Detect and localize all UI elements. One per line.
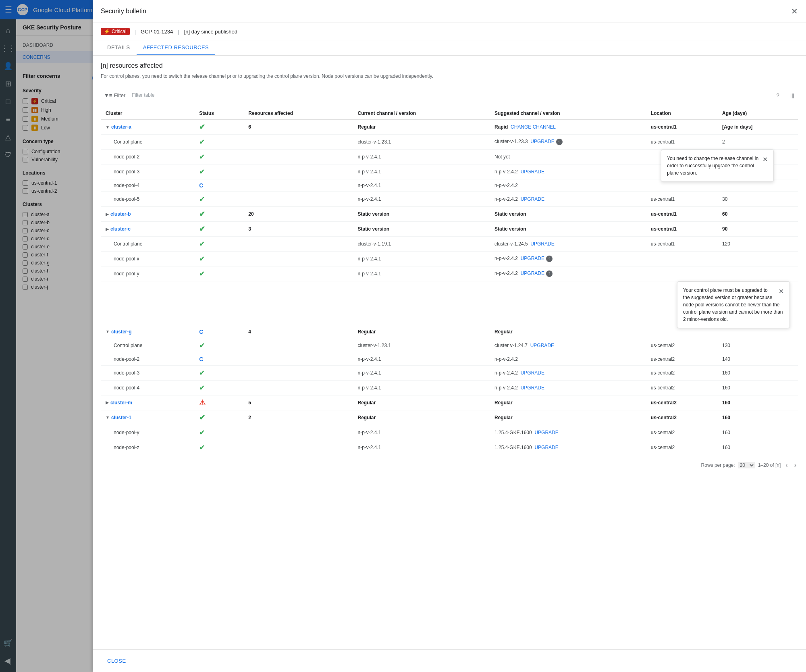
cluster-a-link[interactable]: ▼ cluster-a	[106, 124, 189, 130]
location-cell: us-central2	[646, 410, 717, 425]
status-error-icon: ⚠	[199, 399, 206, 407]
status-cell: C	[194, 179, 243, 192]
status-cell: ✔	[194, 237, 243, 252]
cluster-1-link[interactable]: ▼ cluster-1	[106, 415, 189, 420]
suggested-cell: n-p-v-2.4.2 UPGRADE?	[490, 266, 646, 281]
status-ok-icon: ✔	[199, 153, 205, 161]
suggested-cell: cluster-v-1.24.5 UPGRADE	[490, 237, 646, 252]
child-name-cell: node-pool-y	[101, 266, 194, 281]
location-cell: us-central2	[646, 353, 717, 365]
upgrade-link[interactable]: UPGRADE	[534, 430, 558, 435]
tab-affected-resources[interactable]: AFFECTED RESOURCES	[137, 40, 216, 55]
location-cell: us-central1	[646, 192, 717, 207]
suggested-cell: n-p-v-2.4.2	[490, 179, 646, 192]
modal-close-button[interactable]: ✕	[791, 6, 798, 16]
expand-chevron: ▼	[106, 329, 110, 334]
status-ok-icon: ✔	[199, 195, 205, 203]
cluster-m-link[interactable]: ▶ cluster-m	[106, 400, 189, 406]
current-cell: Regular	[353, 326, 490, 338]
status-cell: ✔	[194, 120, 243, 135]
age-cell: 130	[717, 338, 798, 353]
modal-title: Security bulletin	[101, 8, 146, 15]
close-button[interactable]: CLOSE	[101, 655, 133, 667]
upgrade-link[interactable]: UPGRADE	[521, 370, 544, 376]
status-ok-icon: ✔	[199, 138, 205, 146]
filter-button[interactable]: ▼≡ Filter	[101, 91, 129, 100]
status-cell: ✔	[194, 338, 243, 353]
table-row: Control plane ✔ cluster-v-1.23.1 cluster…	[101, 338, 798, 353]
upgrade-link[interactable]: UPGRADE	[530, 343, 554, 348]
help-tooltip-icon[interactable]: ?	[556, 139, 563, 145]
help-tooltip-icon3[interactable]: ?	[546, 270, 553, 277]
upgrade-link[interactable]: UPGRADE	[521, 196, 544, 202]
next-page-button[interactable]: ›	[793, 460, 798, 470]
status-cell: ⚠	[194, 395, 243, 410]
prev-page-button[interactable]: ‹	[784, 460, 789, 470]
suggested-cell: cluster-v-1.23.3 UPGRADE?	[490, 135, 646, 150]
upgrade-link[interactable]: UPGRADE	[530, 139, 554, 144]
help-icon-btn[interactable]: ?	[772, 89, 783, 101]
tab-details[interactable]: DETAILS	[101, 40, 137, 55]
age-cell: [Age in days]	[717, 120, 798, 135]
upgrade-link[interactable]: UPGRADE	[521, 256, 544, 261]
col-current: Current channel / version	[353, 107, 490, 120]
child-name-cell: Control plane	[101, 237, 194, 252]
status-ok-icon: ✔	[199, 443, 205, 451]
suggested-cell: Static version	[490, 222, 646, 237]
tooltip2-row: ✕ Your control plane must be upgraded to…	[101, 281, 798, 326]
child-name-cell: node-pool-y	[101, 425, 194, 440]
cluster-g-link[interactable]: ▼ cluster-g	[106, 329, 189, 335]
table-toolbar: ▼≡ Filter Filter table ? |||	[101, 86, 798, 104]
status-cell: C	[194, 353, 243, 365]
status-cell: ✔	[194, 365, 243, 380]
security-bulletin-modal: Security bulletin ✕ ⚡ Critical | GCP-01-…	[93, 0, 806, 672]
upgrade-link[interactable]: UPGRADE	[534, 445, 558, 450]
upgrade-link[interactable]: UPGRADE	[530, 241, 554, 247]
resources-cell: 2	[243, 410, 353, 425]
resources-cell: 5	[243, 395, 353, 410]
suggested-cell: Regular	[490, 410, 646, 425]
tooltip1-close[interactable]: ✕	[762, 155, 768, 164]
col-resources: Resources affected	[243, 107, 353, 120]
cluster-c-link[interactable]: ▶ cluster-c	[106, 226, 189, 232]
cluster-b-link[interactable]: ▶ cluster-b	[106, 211, 189, 217]
status-ok-icon: ✔	[199, 270, 205, 278]
resources-cell	[243, 266, 353, 281]
upgrade-link[interactable]: UPGRADE	[521, 385, 544, 391]
table-row: node-pool-x ✔ n-p-v-2.4.1 n-p-v-2.4.2 UP…	[101, 252, 798, 266]
upgrade-link[interactable]: UPGRADE	[521, 169, 544, 175]
help-tooltip-icon2[interactable]: ?	[546, 256, 553, 262]
modal-overlay: Security bulletin ✕ ⚡ Critical | GCP-01-…	[0, 0, 806, 672]
current-cell: cluster-v-1.23.1	[353, 338, 490, 353]
location-cell: us-central2	[646, 338, 717, 353]
columns-icon-btn[interactable]: |||	[787, 89, 798, 101]
status-ok-icon: ✔	[199, 255, 205, 263]
status-ok-icon: ✔	[199, 384, 205, 392]
change-channel-link[interactable]: CHANGE CHANNEL	[511, 124, 556, 130]
rows-per-page-select[interactable]: 20 50 100	[738, 462, 755, 468]
status-loading-icon: C	[199, 182, 203, 189]
suggested-cell: 1.25.4-GKE.1600 UPGRADE	[490, 425, 646, 440]
location-cell: us-central2	[646, 440, 717, 455]
critical-severity-badge: ⚡ Critical	[101, 28, 130, 35]
current-cell: n-p-v-2.4.1	[353, 179, 490, 192]
location-cell: us-central2	[646, 395, 717, 410]
upgrade-link[interactable]: UPGRADE	[521, 270, 544, 276]
child-name-cell: Control plane	[101, 338, 194, 353]
cluster-name-cell: ▶ cluster-b	[101, 207, 194, 222]
suggested-cell: n-p-v-2.4.2 UPGRADE	[490, 365, 646, 380]
child-name-cell: node-pool-4	[101, 380, 194, 395]
pagination-range: 1–20 of [n]	[758, 462, 781, 468]
child-name-cell: node-pool-2	[101, 150, 194, 164]
table-row: ▶ cluster-m ⚠ 5 Regular Regular us-centr…	[101, 395, 798, 410]
table-row: node-pool-4 ✔ n-p-v-2.4.1 n-p-v-2.4.2 UP…	[101, 380, 798, 395]
col-location: Location	[646, 107, 717, 120]
col-status: Status	[194, 107, 243, 120]
resources-cell	[243, 164, 353, 179]
tooltip2-close[interactable]: ✕	[779, 287, 784, 296]
suggested-cell: n-p-v-2.4.2 UPGRADE	[490, 192, 646, 207]
suggested-cell: Rapid CHANGE CHANNEL	[490, 120, 646, 135]
expand-chevron: ▶	[106, 212, 109, 216]
table-row: node-pool-3 ✔ n-p-v-2.4.1 n-p-v-2.4.2 UP…	[101, 365, 798, 380]
status-cell: ✔	[194, 252, 243, 266]
